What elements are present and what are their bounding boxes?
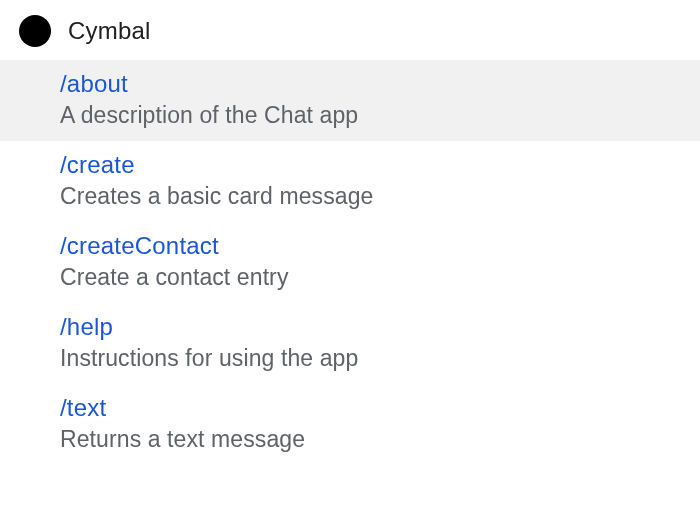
app-header: Cymbal [0,0,700,60]
svg-point-0 [19,15,51,47]
command-item-createcontact[interactable]: /createContact Create a contact entry [0,222,700,303]
app-name: Cymbal [68,17,151,45]
app-logo-icon [18,14,52,48]
command-description: Instructions for using the app [60,345,700,372]
command-item-text[interactable]: /text Returns a text message [0,384,700,465]
command-item-help[interactable]: /help Instructions for using the app [0,303,700,384]
command-item-about[interactable]: /about A description of the Chat app [0,60,700,141]
command-description: Create a contact entry [60,264,700,291]
command-name: /help [60,313,700,341]
svg-point-1 [39,19,48,28]
command-name: /text [60,394,700,422]
command-description: Creates a basic card message [60,183,700,210]
command-description: Returns a text message [60,426,700,453]
command-name: /create [60,151,700,179]
command-description: A description of the Chat app [60,102,700,129]
command-list: /about A description of the Chat app /cr… [0,60,700,465]
command-name: /createContact [60,232,700,260]
command-name: /about [60,70,700,98]
command-item-create[interactable]: /create Creates a basic card message [0,141,700,222]
